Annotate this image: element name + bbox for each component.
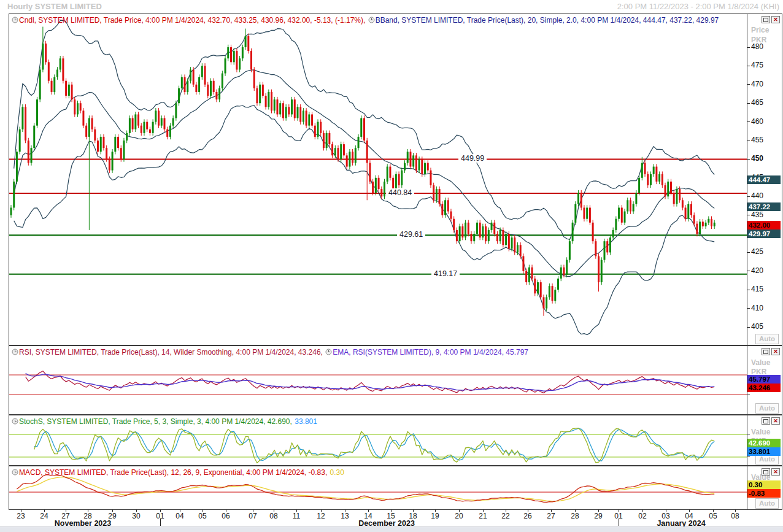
axis-unit-label: Value (751, 428, 770, 436)
x-axis-day-label: 13 (341, 512, 349, 520)
price-tick-label: 420 (751, 266, 763, 275)
x-axis-day-label: 20 (455, 512, 463, 520)
price-tick-mark (747, 159, 750, 160)
macd-panel-header: MACD, SYSTEM LIMITED, Trade Price(Last),… (12, 468, 345, 477)
clock-icon (12, 17, 18, 23)
x-axis-day-label: 11 (293, 512, 300, 520)
x-axis-day-label: 21 (479, 512, 487, 520)
x-axis-day-label: 27 (547, 512, 555, 520)
macd-signal-value[interactable]: 0.30 (330, 468, 344, 477)
x-axis-day-label: 04 (176, 512, 183, 520)
close-button[interactable] (771, 468, 780, 476)
window-buttons (762, 417, 780, 425)
value-badge: 45.797 (747, 375, 781, 384)
auto-scale-button[interactable]: Auto (755, 498, 779, 509)
rsi-axis-pane[interactable]: ValuePKR45.79743.246Auto (747, 346, 782, 414)
level-tick-mark (747, 395, 750, 395)
auto-scale-button[interactable]: Auto (755, 334, 779, 344)
title-bar: Hourly SYSTEM LIMITED 2:00 PM 11/22/2023… (0, 0, 783, 13)
rsi-legend[interactable]: RSI, SYSTEM LIMITED, Trade Price(Last), … (12, 348, 325, 357)
rsi-panel-header: RSI, SYSTEM LIMITED, Trade Price(Last), … (12, 348, 529, 357)
x-axis-day-label: 08 (269, 512, 277, 520)
price-tick-label: 465 (751, 98, 763, 107)
ema-legend[interactable]: EMA, RSI(SYSTEM LIMITED), 9, 4:00 PM 1/4… (325, 348, 528, 357)
x-axis-day-label: 23 (17, 512, 25, 520)
price-tick-mark (747, 327, 750, 328)
restore-button[interactable] (762, 348, 770, 355)
x-axis-day-label: 22 (501, 512, 509, 520)
close-button[interactable] (771, 348, 780, 355)
price-tick-mark (747, 215, 750, 215)
x-axis-day-label: 02 (638, 512, 646, 520)
x-axis-day-label: 12 (317, 512, 325, 520)
x-axis-day-label: 08 (731, 512, 739, 520)
macd-panel[interactable]: MACD, SYSTEM LIMITED, Trade Price(Last),… (9, 466, 782, 510)
stochs-d-value[interactable]: 33.801 (295, 417, 317, 426)
clock-icon (12, 349, 18, 355)
restore-button[interactable] (762, 16, 770, 23)
main-panel-header: Cndl, SYSTEM LIMITED, Trade Price, 4:00 … (12, 16, 719, 25)
rsi-panel[interactable]: RSI, SYSTEM LIMITED, Trade Price(Last), … (9, 345, 782, 415)
clock-icon (368, 17, 375, 23)
price-tick-label: 440 (751, 191, 763, 200)
value-badge: 43.246 (747, 384, 781, 392)
x-axis-day-label: 30 (132, 512, 140, 520)
value-badge: -0.83 (747, 489, 781, 498)
price-line-label: 429.61 (397, 230, 425, 239)
price-tick-mark (747, 103, 750, 104)
value-badge: 429.97 (747, 229, 781, 238)
main-price-panel[interactable]: Cndl, SYSTEM LIMITED, Trade Price, 4:00 … (9, 13, 782, 345)
price-tick-mark (747, 271, 750, 271)
price-tick-mark (747, 308, 750, 309)
value-badge: 432.00 (747, 221, 781, 229)
rsi-ema-line (26, 374, 715, 391)
status-strip (0, 526, 783, 532)
charting-application-window: Hourly SYSTEM LIMITED 2:00 PM 11/22/2023… (0, 0, 783, 532)
clock-icon (12, 469, 18, 476)
auto-scale-button[interactable]: Auto (755, 403, 779, 414)
restore-button[interactable] (762, 468, 770, 476)
price-tick-label: 470 (751, 80, 763, 88)
close-button[interactable] (771, 16, 780, 23)
price-axis-pane[interactable]: PricePKR48047547046546045545044544043543… (747, 14, 782, 345)
cndl-legend[interactable]: Cndl, SYSTEM LIMITED, Trade Price, 4:00 … (12, 16, 368, 25)
price-tick-mark (747, 84, 750, 85)
window-buttons (762, 468, 780, 476)
month-separator-tick (619, 519, 619, 526)
price-tick-mark (747, 290, 750, 290)
time-axis[interactable]: 2324272829300104050607081112131415181920… (9, 509, 747, 526)
price-tick-label: 475 (751, 61, 763, 69)
close-button[interactable] (771, 417, 780, 425)
value-badge: 0.30 (747, 480, 781, 489)
candlestick-chart (9, 14, 747, 345)
clock-icon (325, 349, 332, 355)
axis-unit-label: Value (751, 358, 770, 367)
price-tick-mark (747, 252, 750, 253)
stochastic-axis-pane[interactable]: ValuePKR42.69033.801Auto (747, 415, 782, 465)
window-buttons (762, 348, 780, 355)
price-line-label: 440.84 (386, 188, 414, 197)
month-separator-tick (160, 519, 161, 526)
price-tick-label: 405 (751, 322, 763, 331)
bband-legend[interactable]: BBand, SYSTEM LIMITED, Trade Price(Last)… (368, 16, 719, 25)
stochs-legend[interactable]: StochS, SYSTEM LIMITED, Trade Price, 5, … (12, 417, 294, 426)
x-axis-day-label: 06 (222, 512, 230, 520)
stochastic-panel[interactable]: StochS, SYSTEM LIMITED, Trade Price, 5, … (9, 415, 782, 466)
value-badge: 444.47 (747, 175, 781, 184)
price-tick-label: 425 (751, 247, 763, 256)
price-tick-label: 415 (751, 285, 763, 293)
x-axis-day-label: 24 (40, 512, 48, 520)
macd-axis-pane[interactable]: ValuePKR0.30-0.83Auto (747, 466, 782, 509)
price-tick-label: 450 (751, 154, 763, 163)
macd-legend[interactable]: MACD, SYSTEM LIMITED, Trade Price(Last),… (12, 468, 330, 477)
price-tick-mark (747, 196, 750, 197)
value-badge: 437.22 (747, 202, 781, 211)
level-tick-mark (747, 457, 750, 457)
macd-signal-line (17, 477, 714, 501)
price-tick-label: 435 (751, 210, 763, 219)
window-title: Hourly SYSTEM LIMITED (7, 2, 102, 11)
price-tick-label: 455 (751, 136, 763, 144)
restore-button[interactable] (762, 417, 770, 425)
rsi-line (26, 371, 715, 393)
price-line-label: 419.17 (431, 269, 460, 278)
